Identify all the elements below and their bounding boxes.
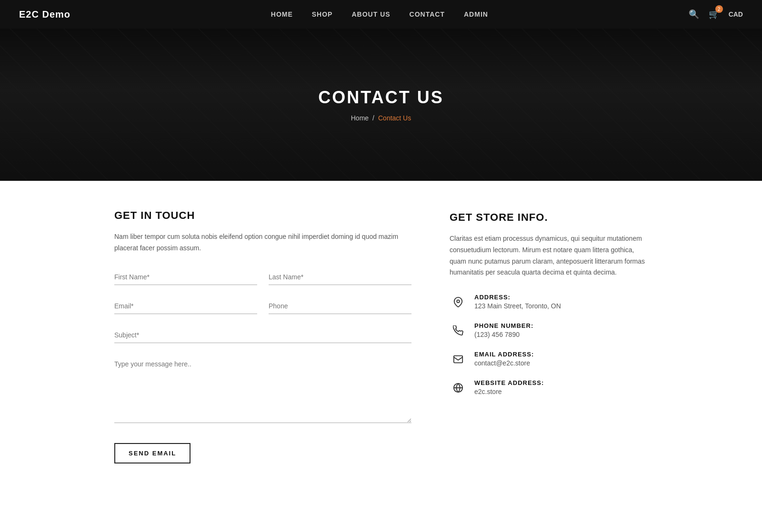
- email-field: [114, 298, 257, 314]
- info-description: Claritas est etiam processus dynamicus, …: [450, 233, 648, 278]
- form-section: GET IN TOUCH Nam liber tempor cum soluta…: [114, 209, 411, 463]
- nav-item-home[interactable]: HOME: [271, 10, 293, 19]
- subject-field: [114, 327, 411, 343]
- phone-label: PHONE NUMBER:: [474, 322, 533, 329]
- website-item: WEBSITE ADDRESS: e2c.store: [450, 379, 648, 396]
- breadcrumb-home-link[interactable]: Home: [351, 114, 369, 122]
- hero-content: CONTACT US Home / Contact Us: [318, 88, 443, 122]
- nav-item-shop[interactable]: SHOP: [312, 10, 333, 19]
- form-section-title: GET IN TOUCH: [114, 209, 411, 222]
- last-name-input[interactable]: [269, 269, 411, 285]
- info-section: GET STORE INFO. Claritas est etiam proce…: [450, 209, 648, 408]
- cart-icon[interactable]: 🛒 2: [709, 9, 719, 20]
- navbar-right: 🔍 🛒 2 CAD: [689, 9, 743, 20]
- brand-logo[interactable]: E2C Demo: [19, 9, 70, 20]
- message-field: [114, 356, 411, 425]
- form-description: Nam liber tempor cum soluta nobis eleife…: [114, 231, 411, 254]
- subject-input[interactable]: [114, 327, 411, 343]
- phone-icon: [450, 322, 467, 339]
- email-text: EMAIL ADDRESS: contact@e2c.store: [474, 351, 534, 367]
- location-icon: [450, 294, 467, 311]
- website-icon: [450, 379, 467, 396]
- first-name-input[interactable]: [114, 269, 257, 285]
- address-label: ADDRESS:: [474, 294, 561, 301]
- svg-point-0: [457, 300, 460, 303]
- address-value: 123 Main Street, Toronto, ON: [474, 302, 561, 310]
- cart-badge: 2: [715, 5, 723, 13]
- email-icon: [450, 351, 467, 368]
- hero-title: CONTACT US: [318, 88, 443, 108]
- breadcrumb: Home / Contact Us: [318, 114, 443, 122]
- address-item: ADDRESS: 123 Main Street, Toronto, ON: [450, 294, 648, 311]
- navbar: E2C Demo HOME SHOP ABOUT US CONTACT ADMI…: [0, 0, 762, 29]
- email-value: contact@e2c.store: [474, 359, 534, 367]
- send-email-button[interactable]: SEND EMAIL: [114, 443, 190, 463]
- last-name-field: [269, 269, 411, 285]
- search-icon[interactable]: 🔍: [689, 9, 699, 20]
- phone-text: PHONE NUMBER: (123) 456 7890: [474, 322, 533, 338]
- message-textarea[interactable]: [114, 356, 411, 423]
- nav-item-admin[interactable]: ADMIN: [464, 10, 488, 19]
- nav-item-contact[interactable]: CONTACT: [410, 10, 445, 19]
- address-text: ADDRESS: 123 Main Street, Toronto, ON: [474, 294, 561, 310]
- breadcrumb-separator: /: [372, 114, 374, 122]
- website-value: e2c.store: [474, 388, 544, 395]
- phone-input[interactable]: [269, 298, 411, 314]
- email-label: EMAIL ADDRESS:: [474, 351, 534, 358]
- phone-item: PHONE NUMBER: (123) 456 7890: [450, 322, 648, 339]
- hero-section: CONTACT US Home / Contact Us: [0, 29, 762, 181]
- phone-field: [269, 298, 411, 314]
- name-row: [114, 269, 411, 285]
- svg-rect-1: [454, 356, 462, 363]
- nav-item-about[interactable]: ABOUT US: [351, 10, 390, 19]
- main-content: GET IN TOUCH Nam liber tempor cum soluta…: [95, 181, 667, 492]
- phone-value: (123) 456 7890: [474, 331, 533, 338]
- website-text: WEBSITE ADDRESS: e2c.store: [474, 379, 544, 395]
- website-label: WEBSITE ADDRESS:: [474, 379, 544, 386]
- email-item: EMAIL ADDRESS: contact@e2c.store: [450, 351, 648, 368]
- first-name-field: [114, 269, 257, 285]
- info-section-title: GET STORE INFO.: [450, 211, 648, 224]
- nav-menu: HOME SHOP ABOUT US CONTACT ADMIN: [271, 10, 488, 19]
- email-phone-row: [114, 298, 411, 314]
- email-input[interactable]: [114, 298, 257, 314]
- currency-selector[interactable]: CAD: [729, 10, 743, 18]
- breadcrumb-current: Contact Us: [378, 114, 411, 122]
